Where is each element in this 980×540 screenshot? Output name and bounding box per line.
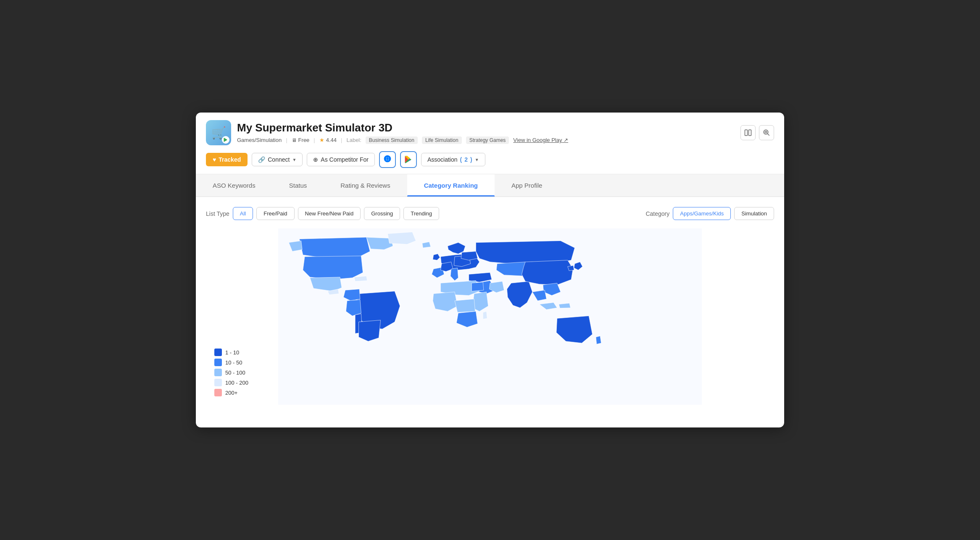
category-text: Games/Simulation: [237, 137, 282, 143]
app-meta: Games/Simulation | 🖥 Free | ★ 4.44 | Lab…: [237, 136, 568, 144]
price-icon: 🖥: [292, 137, 297, 143]
svg-line-3: [767, 134, 769, 136]
app-title-block: My Supermarket Simulator 3D Games/Simula…: [237, 121, 568, 144]
legend-color-2: [214, 359, 222, 366]
legend-item-4: 100 - 200: [214, 379, 248, 386]
legend-color-1: [214, 349, 222, 356]
filter-row: List Type All Free/Paid New Free/New Pai…: [206, 207, 774, 220]
svg-rect-1: [749, 130, 751, 136]
filter-all[interactable]: All: [233, 207, 253, 220]
label-tag-2: Life Simulation: [422, 136, 462, 144]
app-rating: ★ 4.44: [319, 137, 337, 143]
legend-item-2: 10 - 50: [214, 359, 248, 366]
tab-rating-reviews[interactable]: Rating & Reviews: [324, 174, 407, 197]
svg-rect-0: [745, 130, 748, 136]
tracked-button[interactable]: ♥ Tracked: [206, 153, 248, 166]
map-legend: 1 - 10 10 - 50 50 - 100 100 - 200 200+: [214, 349, 248, 396]
legend-label-2: 10 - 50: [225, 359, 242, 366]
app-price: 🖥 Free: [292, 137, 310, 143]
legend-color-5: [214, 389, 222, 396]
filter-apps-games-kids[interactable]: Apps/Games/Kids: [673, 207, 731, 220]
association-button[interactable]: Association ( 2 ) ▼: [421, 153, 485, 166]
svg-point-4: [765, 131, 767, 133]
legend-label-1: 1 - 10: [225, 349, 239, 356]
label-prefix: Label:: [346, 137, 361, 143]
list-type-label: List Type: [206, 210, 229, 217]
label-tag-3: Strategy Games: [466, 136, 509, 144]
svg-point-2: [764, 130, 768, 134]
filter-new-free-paid[interactable]: New Free/New Paid: [298, 207, 361, 220]
compare-icon-button[interactable]: [740, 125, 756, 140]
filter-trending[interactable]: Trending: [403, 207, 439, 220]
chevron-down-icon: ▼: [292, 157, 296, 162]
nav-tabs: ASO Keywords Status Rating & Reviews Cat…: [196, 174, 784, 197]
appstore-button[interactable]: [379, 151, 396, 168]
main-window: 🛒 My Supermarket Simulator 3D Games/Simu…: [196, 113, 784, 427]
legend-label-4: 100 - 200: [225, 380, 248, 386]
view-in-google-play-link[interactable]: View in Google Play ↗: [513, 137, 568, 143]
world-map-container: 1 - 10 10 - 50 50 - 100 100 - 200 200+: [206, 228, 774, 405]
label-tag-1: Business Simulation: [366, 136, 418, 144]
tab-category-ranking[interactable]: Category Ranking: [407, 174, 495, 197]
header: 🛒 My Supermarket Simulator 3D Games/Simu…: [196, 113, 784, 174]
tab-aso-keywords[interactable]: ASO Keywords: [196, 174, 272, 197]
apple-icon: [383, 155, 392, 165]
app-icon: 🛒: [206, 120, 231, 145]
header-right-icons: [740, 125, 774, 140]
legend-label-3: 50 - 100: [225, 370, 245, 376]
tab-status[interactable]: Status: [272, 174, 324, 197]
filter-simulation[interactable]: Simulation: [734, 207, 774, 220]
legend-color-3: [214, 369, 222, 376]
app-info-row: 🛒 My Supermarket Simulator 3D Games/Simu…: [206, 120, 774, 145]
legend-item-1: 1 - 10: [214, 349, 248, 356]
legend-item-5: 200+: [214, 389, 248, 396]
association-count: (: [460, 156, 462, 163]
star-icon: ★: [319, 137, 324, 143]
main-content: List Type All Free/Paid New Free/New Pai…: [196, 197, 784, 415]
tab-app-profile[interactable]: App Profile: [495, 174, 559, 197]
world-map-svg: [206, 228, 774, 405]
connect-button[interactable]: 🔗 Connect ▼: [252, 153, 303, 166]
legend-color-4: [214, 379, 222, 386]
category-filter-label: Category: [645, 210, 669, 217]
legend-label-5: 200+: [225, 390, 237, 396]
app-name: My Supermarket Simulator 3D: [237, 121, 568, 134]
actions-row: ♥ Tracked 🔗 Connect ▼ ⊕ As Competitor Fo…: [206, 151, 774, 174]
search-icon-button[interactable]: [759, 125, 774, 140]
association-chevron-icon: ▼: [475, 157, 479, 162]
filter-free-paid[interactable]: Free/Paid: [256, 207, 294, 220]
link-icon: 🔗: [258, 156, 265, 163]
heart-icon: ♥: [213, 156, 216, 163]
legend-item-3: 50 - 100: [214, 369, 248, 376]
app-category: Games/Simulation: [237, 137, 282, 143]
plus-circle-icon: ⊕: [313, 156, 318, 163]
googleplay-button[interactable]: [400, 151, 417, 168]
filter-grossing[interactable]: Grossing: [364, 207, 400, 220]
competitor-button[interactable]: ⊕ As Competitor For: [307, 153, 375, 166]
